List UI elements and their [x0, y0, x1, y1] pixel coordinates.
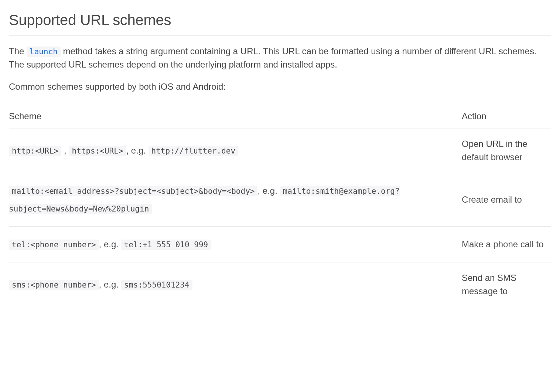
scheme-cell: tel:<phone number>, e.g. tel:+1 555 010 …	[9, 227, 454, 262]
scheme-code: tel:<phone number>	[9, 240, 99, 250]
scheme-cell: http:<URL> , https:<URL>, e.g. http://fl…	[9, 128, 454, 173]
th-action: Action	[454, 104, 551, 128]
scheme-code: http:<URL>	[9, 146, 61, 156]
scheme-code: mailto:<email address>?subject=<subject>…	[9, 186, 257, 196]
eg-label: , e.g.	[99, 279, 121, 289]
launch-code[interactable]: launch	[27, 47, 61, 57]
eg-label: , e.g.	[126, 145, 148, 155]
intro-prefix: The	[9, 46, 27, 56]
example-code: tel:+1 555 010 999	[121, 240, 211, 250]
schemes-table: Scheme Action http:<URL> , https:<URL>, …	[9, 104, 551, 307]
joiner-text: ,	[61, 145, 69, 155]
table-row: mailto:<email address>?subject=<subject>…	[9, 173, 551, 227]
intro2-paragraph: Common schemes supported by both iOS and…	[9, 80, 551, 93]
example-code: sms:5550101234	[121, 280, 192, 290]
scheme-code: sms:<phone number>	[9, 280, 99, 290]
action-cell: Make a phone call to	[454, 227, 551, 262]
scheme-code: https:<URL>	[69, 146, 126, 156]
intro-paragraph: The launch method takes a string argumen…	[9, 45, 551, 71]
eg-label: , e.g.	[99, 239, 121, 249]
th-scheme: Scheme	[9, 104, 454, 128]
intro-suffix: method takes a string argument containin…	[9, 46, 537, 69]
action-cell: Send an SMS message to	[454, 262, 551, 307]
action-cell: Create email to	[454, 173, 551, 227]
section-heading: Supported URL schemes	[9, 9, 551, 36]
scheme-cell: sms:<phone number>, e.g. sms:5550101234	[9, 262, 454, 307]
table-row: tel:<phone number>, e.g. tel:+1 555 010 …	[9, 227, 551, 262]
scheme-cell: mailto:<email address>?subject=<subject>…	[9, 173, 454, 227]
eg-label: , e.g.	[257, 186, 280, 196]
table-row: http:<URL> , https:<URL>, e.g. http://fl…	[9, 128, 551, 173]
action-cell: Open URL in the default browser	[454, 128, 551, 173]
example-code: http://flutter.dev	[148, 146, 239, 156]
table-row: sms:<phone number>, e.g. sms:5550101234S…	[9, 262, 551, 307]
